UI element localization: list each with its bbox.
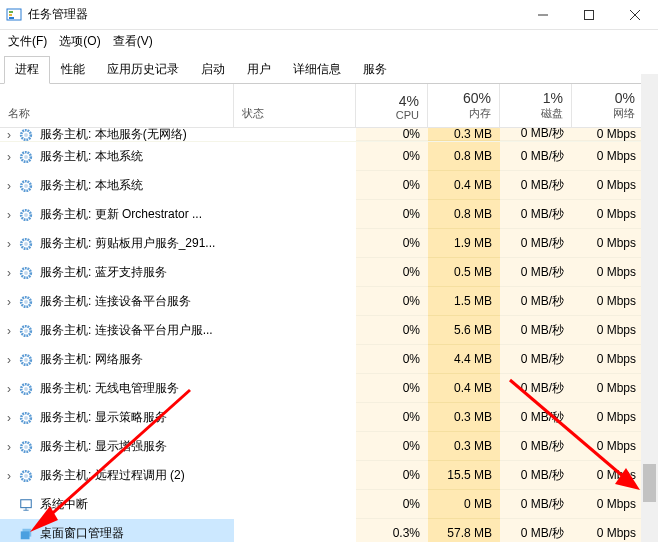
table-row[interactable]: 桌面窗口管理器0.3%57.8 MB0 MB/秒0 Mbps: [0, 519, 658, 542]
cell-disk: 0 MB/秒: [500, 461, 572, 490]
table-row[interactable]: ›服务主机: 无线电管理服务0%0.4 MB0 MB/秒0 Mbps: [0, 374, 658, 403]
close-button[interactable]: [612, 0, 658, 30]
cell-mem: 1.5 MB: [428, 287, 500, 316]
tab-5[interactable]: 详细信息: [282, 56, 352, 83]
tab-2[interactable]: 应用历史记录: [96, 56, 190, 83]
maximize-button[interactable]: [566, 0, 612, 30]
monitor-icon: [18, 497, 34, 513]
table-row[interactable]: ›服务主机: 显示策略服务0%0.3 MB0 MB/秒0 Mbps: [0, 403, 658, 432]
cell-net: 0 Mbps: [572, 519, 644, 542]
cell-disk: 0 MB/秒: [500, 229, 572, 258]
gear-icon: [18, 410, 34, 426]
tab-6[interactable]: 服务: [352, 56, 398, 83]
expand-icon[interactable]: ›: [0, 208, 18, 222]
expand-icon[interactable]: ›: [0, 295, 18, 309]
expand-icon[interactable]: ›: [0, 469, 18, 483]
expand-icon[interactable]: ›: [0, 237, 18, 251]
gear-icon: [18, 236, 34, 252]
table-row[interactable]: 系统中断0%0 MB0 MB/秒0 Mbps: [0, 490, 658, 519]
cell-net: 0 Mbps: [572, 142, 644, 171]
cell-cpu: 0%: [356, 432, 428, 461]
process-name: 服务主机: 显示增强服务: [40, 438, 234, 455]
cell-cpu: 0%: [356, 229, 428, 258]
scrollbar-thumb[interactable]: [643, 464, 656, 502]
tab-0[interactable]: 进程: [4, 56, 50, 84]
cell-mem: 0.5 MB: [428, 258, 500, 287]
cell-cpu: 0%: [356, 171, 428, 200]
menu-view[interactable]: 查看(V): [113, 33, 153, 50]
table-row[interactable]: ›服务主机: 远程过程调用 (2)0%15.5 MB0 MB/秒0 Mbps: [0, 461, 658, 490]
table-row[interactable]: ›服务主机: 蓝牙支持服务0%0.5 MB0 MB/秒0 Mbps: [0, 258, 658, 287]
cell-cpu: 0%: [356, 142, 428, 171]
cell-cpu: 0%: [356, 345, 428, 374]
expand-icon[interactable]: ›: [0, 440, 18, 454]
cell-cpu: 0%: [356, 374, 428, 403]
cell-mem: 0.4 MB: [428, 374, 500, 403]
gear-icon: [18, 294, 34, 310]
minimize-button[interactable]: [520, 0, 566, 30]
table-row[interactable]: ›服务主机: 连接设备平台用户服...0%5.6 MB0 MB/秒0 Mbps: [0, 316, 658, 345]
expand-icon[interactable]: ›: [0, 128, 18, 142]
menu-options[interactable]: 选项(O): [59, 33, 100, 50]
col-cpu[interactable]: 4%CPU: [356, 84, 428, 127]
gear-icon: [18, 207, 34, 223]
col-net[interactable]: 0%网络: [572, 84, 644, 127]
table-row[interactable]: ›服务主机: 本地系统0%0.4 MB0 MB/秒0 Mbps: [0, 171, 658, 200]
tab-1[interactable]: 性能: [50, 56, 96, 83]
process-name: 服务主机: 本地系统: [40, 148, 234, 165]
gear-icon: [18, 128, 34, 142]
table-row[interactable]: ›服务主机: 本地服务(无网络)0%0.3 MB0 MB/秒0 Mbps: [0, 128, 658, 142]
table-row[interactable]: ›服务主机: 网络服务0%4.4 MB0 MB/秒0 Mbps: [0, 345, 658, 374]
gear-icon: [18, 323, 34, 339]
menu-file[interactable]: 文件(F): [8, 33, 47, 50]
window-title: 任务管理器: [28, 6, 520, 23]
col-name[interactable]: 名称: [0, 84, 234, 127]
svg-point-25: [24, 358, 28, 362]
svg-rect-38: [21, 531, 30, 539]
svg-point-11: [24, 155, 28, 159]
col-disk[interactable]: 1%磁盘: [500, 84, 572, 127]
cell-disk: 0 MB/秒: [500, 519, 572, 542]
cell-disk: 0 MB/秒: [500, 316, 572, 345]
gear-icon: [18, 149, 34, 165]
svg-point-9: [24, 133, 28, 137]
cell-net: 0 Mbps: [572, 374, 644, 403]
expand-icon[interactable]: ›: [0, 382, 18, 396]
process-name: 服务主机: 无线电管理服务: [40, 380, 234, 397]
cell-cpu: 0%: [356, 316, 428, 345]
col-status[interactable]: 状态: [234, 84, 356, 127]
expand-icon[interactable]: ›: [0, 411, 18, 425]
process-name: 桌面窗口管理器: [40, 525, 234, 542]
cell-disk: 0 MB/秒: [500, 403, 572, 432]
gear-icon: [18, 439, 34, 455]
cell-mem: 15.5 MB: [428, 461, 500, 490]
col-mem[interactable]: 60%内存: [428, 84, 500, 127]
expand-icon[interactable]: ›: [0, 324, 18, 338]
table-row[interactable]: ›服务主机: 更新 Orchestrator ...0%0.8 MB0 MB/秒…: [0, 200, 658, 229]
cell-disk: 0 MB/秒: [500, 171, 572, 200]
tab-4[interactable]: 用户: [236, 56, 282, 83]
cell-mem: 0 MB: [428, 490, 500, 519]
tab-3[interactable]: 启动: [190, 56, 236, 83]
cell-net: 0 Mbps: [572, 461, 644, 490]
gear-icon: [18, 178, 34, 194]
cell-cpu: 0%: [356, 128, 428, 141]
expand-icon[interactable]: ›: [0, 353, 18, 367]
scrollbar[interactable]: [641, 74, 658, 542]
gear-icon: [18, 381, 34, 397]
process-name: 服务主机: 远程过程调用 (2): [40, 467, 234, 484]
cell-mem: 4.4 MB: [428, 345, 500, 374]
titlebar: 任务管理器: [0, 0, 658, 30]
table-row[interactable]: ›服务主机: 连接设备平台服务0%1.5 MB0 MB/秒0 Mbps: [0, 287, 658, 316]
cell-cpu: 0%: [356, 258, 428, 287]
expand-icon[interactable]: ›: [0, 150, 18, 164]
expand-icon[interactable]: ›: [0, 179, 18, 193]
table-row[interactable]: ›服务主机: 显示增强服务0%0.3 MB0 MB/秒0 Mbps: [0, 432, 658, 461]
cell-net: 0 Mbps: [572, 200, 644, 229]
table-row[interactable]: ›服务主机: 本地系统0%0.8 MB0 MB/秒0 Mbps: [0, 142, 658, 171]
tabs: 进程性能应用历史记录启动用户详细信息服务: [0, 56, 658, 84]
cell-net: 0 Mbps: [572, 229, 644, 258]
expand-icon[interactable]: ›: [0, 266, 18, 280]
cell-mem: 0.8 MB: [428, 200, 500, 229]
table-row[interactable]: ›服务主机: 剪贴板用户服务_291...0%1.9 MB0 MB/秒0 Mbp…: [0, 229, 658, 258]
